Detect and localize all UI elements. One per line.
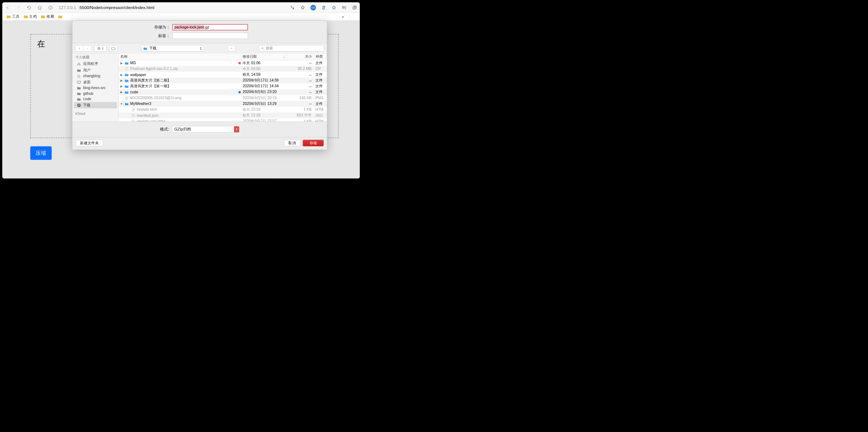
svg-rect-3 bbox=[77, 81, 81, 83]
folder-icon bbox=[77, 97, 81, 101]
table-row: WX20200905-201923@2x.png2020年9月5日 20:191… bbox=[119, 95, 327, 101]
desktop-icon bbox=[77, 80, 81, 84]
sidebar-item-应用程序[interactable]: 应用程序 bbox=[72, 61, 118, 67]
table-row[interactable]: ▶code2020年9月8日 23:20--文件 bbox=[119, 89, 327, 95]
devtools-icon[interactable]: </> bbox=[310, 5, 316, 10]
info-icon[interactable] bbox=[48, 5, 53, 10]
translate-icon[interactable] bbox=[290, 5, 295, 10]
table-row: {}manifest.json前天 21:28653 字节JSO bbox=[119, 113, 327, 118]
location-popup[interactable]: 下载 bbox=[141, 45, 204, 51]
bookmark-item-truncated[interactable] bbox=[58, 15, 63, 18]
sidebar-item-桌面[interactable]: 桌面 bbox=[72, 79, 118, 85]
dropzone-label: 在 bbox=[37, 39, 45, 49]
sidebar-item-github[interactable]: github bbox=[72, 91, 118, 97]
file-icon bbox=[125, 79, 129, 82]
separator bbox=[350, 14, 350, 19]
file-icon bbox=[125, 90, 129, 94]
forward-icon[interactable] bbox=[16, 5, 21, 10]
chevron-updown-icon bbox=[200, 47, 202, 50]
bookmark-item[interactable]: 文档 bbox=[24, 14, 37, 19]
nav-back-icon[interactable] bbox=[75, 45, 83, 51]
file-list: 名称 修改日期⌄ 大小 种类 ▶MD今天 01:06--文件Postman Ag… bbox=[119, 54, 327, 122]
svg-text:</>: </> bbox=[132, 109, 134, 110]
sidebar-item-下载[interactable]: 下载 bbox=[74, 102, 117, 108]
disclosure-icon[interactable]: ▼ bbox=[120, 102, 123, 105]
file-icon bbox=[125, 61, 129, 65]
group-button[interactable] bbox=[109, 45, 118, 51]
url-host: 127.0.0.1 bbox=[59, 5, 76, 10]
collections-icon[interactable] bbox=[352, 5, 357, 10]
folder-icon bbox=[77, 86, 81, 90]
table-row: </>newtab.html前天 22:331 KBHTM bbox=[119, 107, 327, 113]
svg-point-2 bbox=[262, 47, 264, 49]
file-icon: {} bbox=[131, 114, 136, 117]
tags-input[interactable] bbox=[172, 32, 248, 39]
nav-back-forward[interactable] bbox=[75, 45, 92, 51]
col-size[interactable]: 大小 bbox=[287, 54, 314, 60]
search-input[interactable]: 搜索 bbox=[259, 45, 324, 51]
sidebar-item-用户[interactable]: 用户 bbox=[72, 67, 118, 73]
table-row[interactable]: ▶wallpaper前天 14:59--文件 bbox=[119, 72, 327, 78]
reload-icon[interactable] bbox=[27, 5, 32, 10]
column-headers[interactable]: 名称 修改日期⌄ 大小 种类 bbox=[119, 54, 327, 60]
disclosure-icon[interactable]: ▶ bbox=[120, 85, 123, 88]
sidebar-item-zhangbing[interactable]: zhangbing bbox=[72, 73, 118, 79]
bookmark-item[interactable]: 工具 bbox=[6, 14, 19, 19]
table-row: </>newtab copy.html2020年9月7日 22:571 KBHT… bbox=[119, 118, 327, 122]
dialog-footer: 新建文件夹 取消 存储 bbox=[72, 137, 327, 149]
svg-rect-6 bbox=[125, 96, 128, 100]
search-placeholder: 搜索 bbox=[266, 46, 273, 51]
bookmarks-bar: 工具 文档 收藏 » bbox=[2, 13, 360, 21]
address-bar[interactable]: 127.0.0.1:5500/Node/compressor/client/in… bbox=[59, 5, 284, 10]
file-icon bbox=[125, 102, 129, 106]
folder-icon bbox=[77, 92, 81, 96]
chevron-updown-icon: ▲▼ bbox=[234, 126, 239, 132]
favorites-star-icon[interactable] bbox=[331, 5, 336, 10]
dialog-toolbar: 下载 搜索 bbox=[72, 43, 327, 54]
tags-label: 标签： bbox=[151, 33, 170, 38]
table-row[interactable]: ▶高清风景大片【第一期】2020年9月17日 14:34--文件 bbox=[119, 83, 327, 89]
view-mode-button[interactable] bbox=[94, 45, 107, 51]
col-name[interactable]: 名称 bbox=[119, 54, 241, 60]
save-as-label: 存储为： bbox=[151, 25, 170, 30]
up-button[interactable] bbox=[227, 45, 235, 51]
sidebar-item-code[interactable]: code bbox=[72, 96, 118, 102]
format-row: 格式: GZip归档 ▲▼ bbox=[72, 122, 327, 137]
disclosure-icon[interactable]: ▶ bbox=[120, 91, 123, 94]
format-select[interactable]: GZip归档 ▲▼ bbox=[172, 126, 239, 132]
star-icon[interactable] bbox=[300, 5, 305, 10]
dialog-sidebar: 个人收藏 应用程序用户zhangbing桌面blog-hexo-srcgithu… bbox=[72, 54, 119, 122]
filename-input[interactable]: package-lock.json.gz bbox=[172, 24, 248, 31]
browser-toolbar: 127.0.0.1:5500/Node/compressor/client/in… bbox=[2, 2, 360, 13]
sogou-icon[interactable] bbox=[321, 5, 326, 10]
home-icon[interactable] bbox=[37, 5, 42, 10]
apps-icon bbox=[77, 62, 81, 66]
cancel-button[interactable]: 取消 bbox=[284, 140, 300, 146]
format-label: 格式: bbox=[160, 127, 169, 132]
bookmark-item[interactable]: 收藏 bbox=[41, 14, 54, 19]
sidebar-item-blog-hexo-src[interactable]: blog-hexo-src bbox=[72, 85, 118, 91]
disclosure-icon[interactable]: ▶ bbox=[120, 73, 123, 76]
table-row[interactable]: ▶高清风景大片【第二期】2020年9月17日 14:38--文件 bbox=[119, 78, 327, 83]
col-date[interactable]: 修改日期⌄ bbox=[241, 54, 287, 60]
nav-forward-icon[interactable] bbox=[83, 45, 91, 51]
file-icon bbox=[125, 96, 129, 100]
back-icon[interactable] bbox=[5, 5, 10, 10]
disclosure-icon[interactable]: ▶ bbox=[120, 79, 123, 82]
favorites-list-icon[interactable] bbox=[342, 5, 347, 10]
compress-button[interactable]: 压缩 bbox=[30, 146, 52, 160]
file-icon bbox=[125, 67, 129, 71]
table-row: Postman Agent-osx-0.2.1.zip今天 00:0595.2 … bbox=[119, 66, 327, 72]
location-label: 下载 bbox=[149, 46, 157, 51]
save-dialog: 存储为： package-lock.json.gz 标签： bbox=[72, 21, 327, 150]
table-row[interactable]: ▼MyWeather32020年9月5日 13:29--文件 bbox=[119, 101, 327, 107]
sort-desc-icon: ⌄ bbox=[283, 55, 285, 58]
save-button[interactable]: 存储 bbox=[303, 140, 324, 146]
table-row[interactable]: ▶MD今天 01:06--文件 bbox=[119, 60, 327, 66]
col-kind[interactable]: 种类 bbox=[314, 54, 327, 60]
home-icon bbox=[77, 74, 81, 78]
folder-icon bbox=[77, 68, 81, 72]
bookmarks-overflow-icon[interactable]: » bbox=[342, 14, 344, 19]
disclosure-icon[interactable]: ▶ bbox=[120, 61, 123, 65]
new-folder-button[interactable]: 新建文件夹 bbox=[76, 140, 103, 146]
